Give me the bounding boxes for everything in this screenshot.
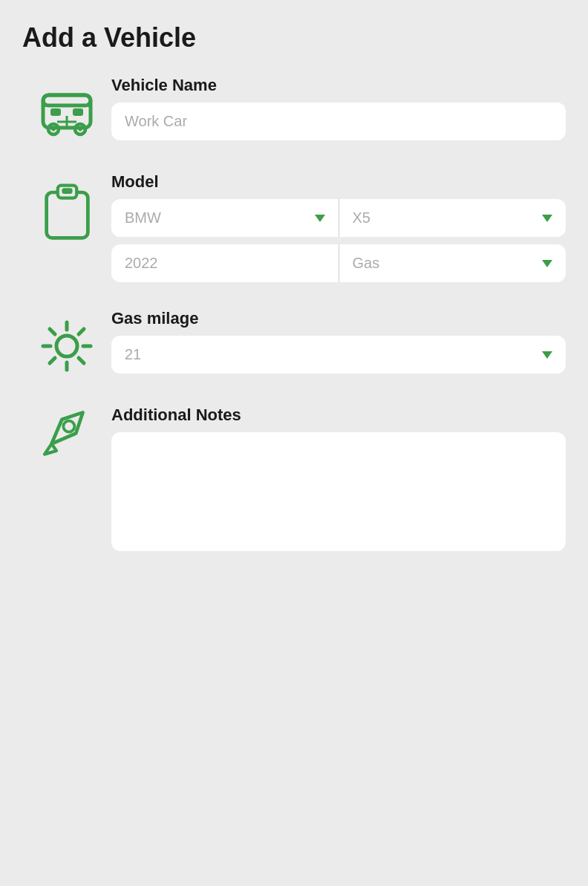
model-section: Model BMW X5 2022 Gas [22, 172, 566, 282]
year-fuel-row: 2022 Gas [111, 244, 566, 282]
year-select[interactable]: 2022 [111, 244, 339, 282]
gas-mileage-select[interactable]: 21 [111, 336, 566, 374]
gas-mileage-value: 21 [125, 346, 542, 363]
model-value: X5 [353, 209, 543, 227]
svg-point-23 [63, 421, 74, 432]
bus-icon-col [22, 76, 111, 146]
svg-line-21 [79, 329, 84, 334]
vehicle-name-input[interactable] [111, 102, 566, 140]
page-title: Add a Vehicle [22, 22, 566, 53]
model-grid: BMW X5 2022 Gas [111, 199, 566, 282]
fuel-value: Gas [353, 255, 543, 272]
pen-nib-icon [39, 405, 95, 464]
sun-icon [37, 316, 97, 379]
svg-rect-3 [50, 108, 61, 116]
make-value: BMW [125, 209, 315, 227]
model-select[interactable]: X5 [339, 199, 566, 237]
fuel-select[interactable]: Gas [339, 244, 566, 282]
clipboard-icon-col [22, 172, 111, 246]
model-label: Model [111, 172, 566, 192]
svg-point-8 [79, 128, 82, 131]
svg-line-22 [50, 358, 55, 363]
vehicle-name-section: Vehicle Name [22, 76, 566, 146]
gas-mileage-field-col: Gas milage 21 [111, 309, 566, 374]
additional-notes-label: Additional Notes [111, 405, 566, 425]
gas-mileage-label: Gas milage [111, 309, 566, 328]
svg-rect-1 [43, 95, 91, 105]
model-dropdown-arrow [542, 215, 552, 222]
vehicle-name-field-col: Vehicle Name [111, 76, 566, 140]
make-dropdown-arrow [315, 215, 325, 222]
svg-rect-4 [73, 108, 83, 116]
svg-rect-13 [62, 188, 72, 194]
bus-icon [37, 83, 97, 146]
gas-mileage-dropdown-arrow [542, 351, 552, 359]
make-select[interactable]: BMW [111, 199, 339, 237]
sun-icon-col [22, 309, 111, 379]
make-model-row: BMW X5 [111, 199, 566, 237]
additional-notes-input[interactable] [111, 432, 566, 551]
vehicle-name-label: Vehicle Name [111, 76, 566, 95]
svg-point-14 [56, 336, 77, 356]
year-value: 2022 [125, 255, 325, 272]
svg-line-20 [79, 358, 84, 363]
svg-point-7 [52, 128, 56, 131]
pen-icon-col [22, 405, 111, 464]
additional-notes-section: Additional Notes [22, 405, 566, 554]
gas-mileage-section: Gas milage 21 [22, 309, 566, 379]
model-field-col: Model BMW X5 2022 Gas [111, 172, 566, 282]
notes-field-col: Additional Notes [111, 405, 566, 554]
svg-line-19 [50, 329, 55, 334]
fuel-dropdown-arrow [542, 260, 552, 267]
clipboard-icon [39, 180, 95, 246]
